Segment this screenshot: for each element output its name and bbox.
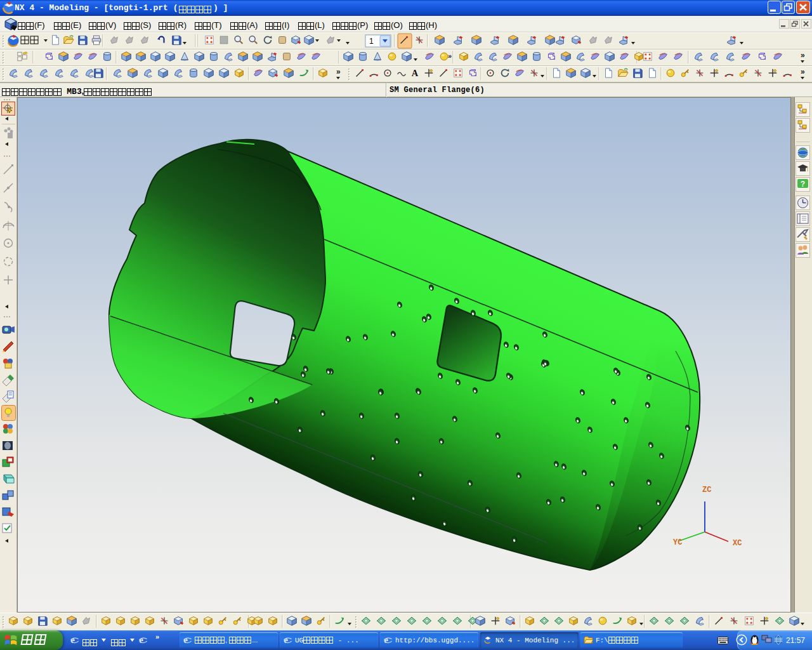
svg-text:»: » [448,52,452,60]
svg-text:e: e [284,635,287,645]
svg-text:e: e [384,635,388,645]
svg-text:YC: YC [673,538,682,547]
svg-text:1: 1 [369,37,374,46]
svg-text:»: » [801,51,805,60]
svg-text:XC: XC [733,539,742,548]
svg-text:e: e [70,635,74,645]
svg-text:e: e [139,635,143,645]
svg-text:ZC: ZC [702,486,711,494]
svg-text:e: e [183,635,187,645]
svg-text:»: » [801,67,805,76]
svg-text:?: ? [801,180,805,189]
svg-text:»: » [336,67,341,76]
